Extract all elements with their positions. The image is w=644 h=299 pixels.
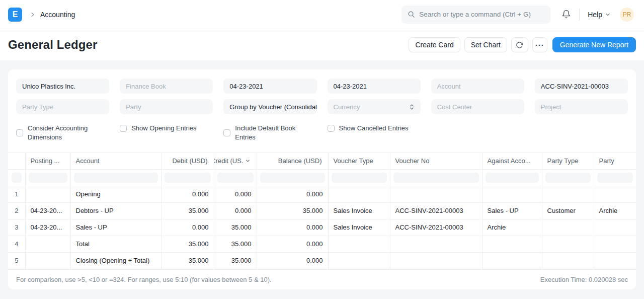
notifications-bell-icon[interactable]: [561, 10, 571, 19]
show-cancelled-entries-checkbox[interactable]: Show Cancelled Entries: [328, 124, 421, 133]
row-index-header: [8, 153, 25, 169]
include-default-book-entries-checkbox[interactable]: Include Default Book Entries: [223, 124, 316, 142]
report-footer: For comparison, use >5, <10 or =324. For…: [8, 269, 636, 289]
group-by-filter[interactable]: Group by Voucher (Consolidated): [223, 99, 316, 114]
consider-accounting-dimensions-checkbox[interactable]: Consider Accounting Dimensions: [16, 124, 109, 142]
breadcrumb-accounting[interactable]: Accounting: [40, 11, 75, 19]
ledger-table: Posting ... Account Debit (USD) Credit (…: [8, 153, 636, 269]
chevron-right-icon: [29, 11, 36, 18]
finance-book-filter[interactable]: Finance Book: [120, 79, 213, 94]
column-filter-input[interactable]: [597, 173, 633, 183]
from-date-filter[interactable]: 04-23-2021: [223, 79, 316, 94]
report-filters: Unico Plastics Inc. Finance Book 04-23-2…: [8, 69, 636, 114]
report-card: Unico Plastics Inc. Finance Book 04-23-2…: [8, 69, 636, 289]
column-filter-input[interactable]: [260, 173, 325, 183]
table-row: 2 04-23-20... Debtors - UP 35.000 0.000 …: [8, 202, 636, 219]
page-actions: Create Card Set Chart ··· Generate New R…: [409, 37, 636, 52]
column-filter-input[interactable]: [393, 173, 479, 183]
create-card-button[interactable]: Create Card: [409, 37, 460, 52]
voucher-no-filter[interactable]: ACC-SINV-2021-00003: [535, 79, 628, 94]
table-row: 4 Total 35.000 35.000 0.000: [8, 236, 636, 252]
navbar: E Accounting Help PR: [0, 0, 644, 29]
help-label: Help: [588, 11, 602, 19]
currency-filter-label: Currency: [334, 103, 360, 111]
project-filter[interactable]: Project: [535, 99, 628, 114]
refresh-icon: [516, 41, 523, 49]
checkbox-icon[interactable]: [120, 125, 127, 132]
global-search[interactable]: [401, 6, 550, 24]
execution-time: Execution Time: 0.020028 sec: [540, 276, 628, 283]
generate-new-report-button[interactable]: Generate New Report: [552, 37, 636, 52]
show-opening-entries-checkbox[interactable]: Show Opening Entries: [120, 124, 213, 133]
voucher-type-column-header[interactable]: Voucher Type: [328, 153, 390, 169]
search-input[interactable]: [419, 11, 544, 18]
report-body: Unico Plastics Inc. Finance Book 04-23-2…: [0, 60, 644, 289]
column-filter-input[interactable]: [486, 173, 539, 183]
table-row: 1 Opening 0.000 0.000 0.000: [8, 186, 636, 202]
menu-ellipsis-button[interactable]: ···: [532, 37, 547, 52]
account-filter[interactable]: Account: [431, 79, 524, 94]
chevron-down-icon: [605, 12, 611, 18]
to-date-filter[interactable]: 04-23-2021: [328, 79, 421, 94]
page-title: General Ledger: [8, 38, 97, 52]
credit-column-header[interactable]: Credit (US.: [214, 153, 257, 169]
party-type-filter[interactable]: Party Type: [16, 99, 109, 114]
column-filter-input[interactable]: [74, 173, 158, 183]
party-type-column-header[interactable]: Party Type: [542, 153, 594, 169]
column-filter-input[interactable]: [165, 173, 211, 183]
against-account-column-header[interactable]: Against Acco...: [482, 153, 542, 169]
cost-center-filter[interactable]: Cost Center: [431, 99, 524, 114]
debit-column-header[interactable]: Debit (USD): [161, 153, 214, 169]
checkbox-icon[interactable]: [16, 129, 23, 136]
checkbox-icon[interactable]: [328, 125, 335, 132]
table-header-row: Posting ... Account Debit (USD) Credit (…: [8, 153, 636, 169]
report-checkboxes: Consider Accounting Dimensions Show Open…: [8, 114, 636, 142]
column-filter-input[interactable]: [545, 173, 591, 183]
comparison-hint-text: For comparison, use >5, <10 or =324. For…: [16, 276, 272, 283]
column-filter-input[interactable]: [29, 173, 67, 183]
refresh-button[interactable]: [511, 37, 528, 52]
account-column-header[interactable]: Account: [70, 153, 161, 169]
column-filter-input[interactable]: [217, 173, 254, 183]
party-column-header[interactable]: Party: [594, 153, 636, 169]
company-filter[interactable]: Unico Plastics Inc.: [16, 79, 109, 94]
user-avatar[interactable]: PR: [620, 8, 634, 22]
currency-filter[interactable]: Currency: [328, 99, 421, 114]
column-filter-input[interactable]: [12, 173, 22, 183]
column-filter-input[interactable]: [332, 173, 387, 183]
search-icon: [408, 11, 415, 18]
posting-date-column-header[interactable]: Posting ...: [25, 153, 70, 169]
table-row: 5 Closing (Opening + Total) 35.000 35.00…: [8, 252, 636, 269]
checkbox-icon[interactable]: [223, 129, 230, 136]
party-filter[interactable]: Party: [120, 99, 213, 114]
page-head: General Ledger Create Card Set Chart ···…: [0, 29, 644, 60]
navbar-divider: [579, 9, 580, 21]
column-filter-row: [8, 169, 636, 186]
set-chart-button[interactable]: Set Chart: [464, 37, 507, 52]
help-menu[interactable]: Help: [588, 11, 611, 19]
voucher-no-column-header[interactable]: Voucher No: [390, 153, 482, 169]
balance-column-header[interactable]: Balance (USD): [257, 153, 328, 169]
table-row: 3 04-23-20... Sales - UP 0.000 35.000 0.…: [8, 219, 636, 236]
select-stepper-icon: [409, 104, 415, 110]
erpnext-logo[interactable]: E: [8, 8, 22, 22]
sort-chevron-down-icon: [245, 158, 251, 164]
